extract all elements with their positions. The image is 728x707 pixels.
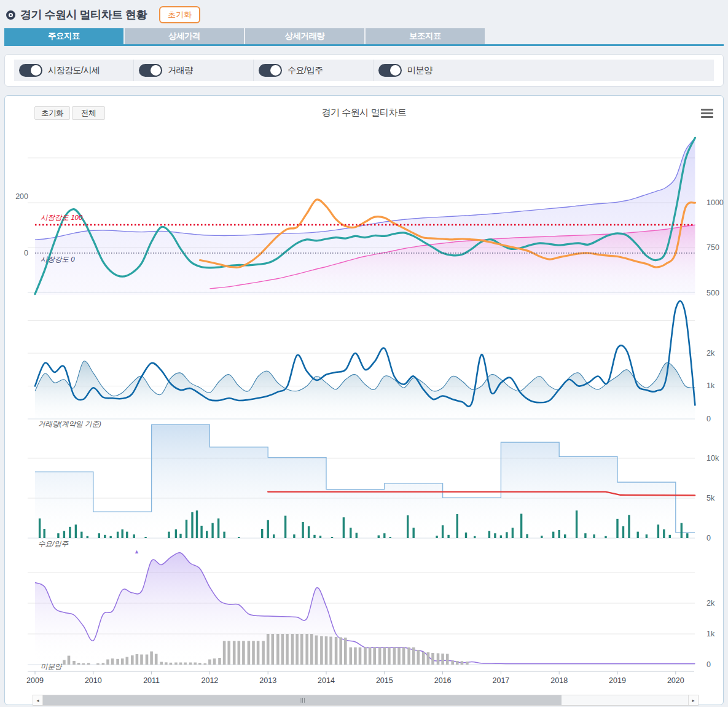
toggle-label: 거래량 <box>168 65 193 76</box>
toggle-knob <box>390 65 401 76</box>
hamburger-menu-icon[interactable] <box>701 109 713 118</box>
tab-bar: 주요지표 상세가격 상세거래량 보조지표 <box>4 28 485 44</box>
toggle-label: 미분양 <box>407 65 432 76</box>
toggle-item-volume: 거래량 <box>134 60 254 81</box>
tab-main-indicators[interactable]: 주요지표 <box>4 28 123 44</box>
tab-aux-indicators[interactable]: 보조지표 <box>366 28 485 44</box>
reset-button[interactable]: 초기화 <box>159 6 200 23</box>
toggle-item-market-strength: 시장강도/시세 <box>14 60 134 81</box>
scroll-left-button[interactable]: ◂ <box>33 695 43 705</box>
tab-underline <box>4 44 724 46</box>
series-toggle-card: 시장강도/시세 거래량 수요/입주 미분양 <box>4 54 724 87</box>
tab-detail-volume[interactable]: 상세거래량 <box>245 28 364 44</box>
series-toggle-strip: 시장강도/시세 거래량 수요/입주 미분양 <box>14 60 714 81</box>
multichart-card: 초기화 전체 경기 수원시 멀티차트 ◂ ▸ <box>4 95 724 705</box>
toggle-switch-demand[interactable] <box>259 64 282 77</box>
toggle-switch-volume[interactable] <box>139 64 162 77</box>
bullet-icon <box>6 10 15 20</box>
toggle-switch-unsold[interactable] <box>378 64 402 77</box>
toggle-label: 시장강도/시세 <box>48 65 100 76</box>
scroll-track[interactable] <box>43 695 688 705</box>
toggle-knob <box>31 65 41 76</box>
page-header: 경기 수원시 멀티차트 현황 초기화 <box>6 6 200 23</box>
toggle-switch-market-strength[interactable] <box>19 64 42 77</box>
toggle-item-unsold: 미분양 <box>374 60 493 81</box>
toggle-item-demand: 수요/입주 <box>254 60 374 81</box>
scroll-right-button[interactable]: ▸ <box>688 695 698 705</box>
toggle-knob <box>151 65 161 76</box>
toggle-label: 수요/입주 <box>288 65 323 76</box>
page-title: 경기 수원시 멀티차트 현황 <box>20 7 147 22</box>
scroll-thumb[interactable] <box>43 695 562 705</box>
h-scrollbar: ◂ ▸ <box>33 695 699 706</box>
tab-detail-price[interactable]: 상세가격 <box>125 28 244 44</box>
app-window: 경기 수원시 멀티차트 현황 초기화 주요지표 상세가격 상세거래량 보조지표 … <box>0 0 728 707</box>
chart-title: 경기 수원시 멀티차트 <box>5 107 723 119</box>
toggle-knob <box>270 65 281 76</box>
